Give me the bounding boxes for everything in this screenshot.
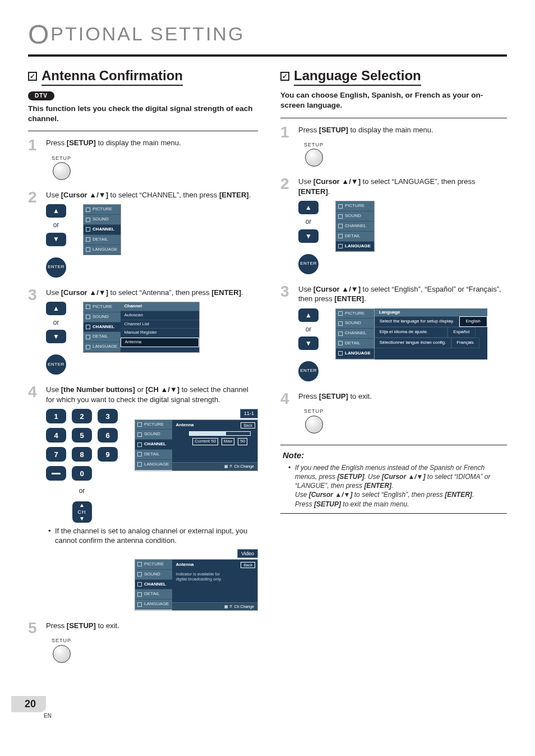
submenu-item-autoscan[interactable]: Autoscan xyxy=(121,311,199,320)
enter-button[interactable]: ENTER xyxy=(46,354,66,375)
r2-post: . xyxy=(328,187,330,196)
numkey-1[interactable]: 1 xyxy=(46,409,66,423)
osm-tab-picture[interactable]: PICTURE xyxy=(135,420,172,430)
s3-post: . xyxy=(241,288,243,297)
numkey-9[interactable]: 9 xyxy=(98,447,118,462)
osm-tab-picture[interactable]: PICTURE xyxy=(84,302,121,312)
r3-key: [Cursor ▲/▼] xyxy=(313,285,361,293)
lang-option-espanol[interactable]: Español xyxy=(448,327,476,338)
osm-tab-language[interactable]: LANGUAGE xyxy=(84,342,121,352)
nav-up-button[interactable]: ▲ xyxy=(46,302,66,315)
antenna-intro: This function lets you check the digital… xyxy=(28,104,258,124)
number-pad: 1 2 3 4 5 6 7 8 9 xyxy=(46,409,118,522)
numkey-3[interactable]: 3 xyxy=(98,409,118,423)
col-antenna: ✓ Antenna Confirmation DTV This function… xyxy=(28,67,258,673)
numkey-0[interactable]: 0 xyxy=(72,466,92,481)
osm-tab-channel[interactable]: CHANNEL xyxy=(135,440,172,450)
s2-pre: Use xyxy=(46,191,61,199)
osm-tab-channel[interactable]: CHANNEL xyxy=(84,225,121,235)
osm-tab-language[interactable]: LANGUAGE xyxy=(84,245,121,255)
nav-cluster: ▲ or ▼ ENTER xyxy=(298,201,319,274)
nav-cluster: ▲ or ▼ ENTER xyxy=(298,308,319,381)
channel-flag: 11-1 xyxy=(240,409,258,418)
osm-tab-sound[interactable]: SOUND xyxy=(135,570,172,580)
osm-tab-detail[interactable]: DETAIL xyxy=(336,232,374,242)
nav-down-button[interactable]: ▼ xyxy=(46,233,66,246)
ch-rocker[interactable]: ▲ CH ▼ xyxy=(72,501,92,523)
osm-tab-channel[interactable]: CHANNEL xyxy=(336,222,374,232)
section-title-language: Language Selection xyxy=(294,67,421,86)
submenu-item-antenna[interactable]: Antenna xyxy=(121,338,199,347)
osm-tab-sound[interactable]: SOUND xyxy=(336,211,374,222)
osm-tab-sound[interactable]: SOUND xyxy=(336,319,374,329)
osm-tab-sound[interactable]: SOUND xyxy=(135,430,172,440)
submenu-item-manual-register[interactable]: Manual Register xyxy=(121,329,199,338)
pane-footer-text: Ch Change xyxy=(234,464,254,468)
numkey-dash[interactable] xyxy=(46,466,66,481)
signal-current: Current 50 xyxy=(192,438,218,445)
osm-tab-detail[interactable]: DETAIL xyxy=(336,339,374,349)
osm-tab-detail[interactable]: DETAIL xyxy=(84,332,121,342)
check-icon: ✓ xyxy=(28,72,37,81)
dtv-badge: DTV xyxy=(28,91,54,100)
language-step-1: 1 Press [SETUP] to display the main menu… xyxy=(280,125,507,167)
lang-option-english[interactable]: English xyxy=(459,316,487,327)
nav-up-button[interactable]: ▲ xyxy=(46,204,66,218)
osm-tab-sound[interactable]: SOUND xyxy=(84,215,121,225)
s5-key: [SETUP] xyxy=(67,621,96,630)
setup-button[interactable]: SETUP xyxy=(304,141,324,167)
s3-mid: to select “Antenna”, then press xyxy=(108,288,211,297)
osm-tab-language[interactable]: LANGUAGE xyxy=(135,600,172,610)
numkey-5[interactable]: 5 xyxy=(72,428,92,442)
enter-button[interactable]: ENTER xyxy=(46,257,66,278)
lang-table-header: Language xyxy=(375,308,487,317)
submenu-header: Channel xyxy=(121,302,199,311)
osm-tab-language[interactable]: LANGUAGE xyxy=(135,460,172,470)
submenu-item-channel-list[interactable]: Channel List xyxy=(121,320,199,329)
osm-tab-sound[interactable]: SOUND xyxy=(84,312,121,322)
numkey-8[interactable]: 8 xyxy=(72,447,92,462)
setup-button[interactable]: SETUP xyxy=(52,637,71,662)
osm-tab-picture[interactable]: PICTURE xyxy=(84,205,121,215)
osm-tab-channel[interactable]: CHANNEL xyxy=(135,580,172,590)
r2-mid: to select “LANGUAGE”, then press xyxy=(361,177,475,186)
numkey-4[interactable]: 4 xyxy=(46,428,66,442)
antenna-video-pane: Video PICTURE SOUND CHANNEL DETAIL LANGU… xyxy=(135,549,258,611)
r1-pre: Press xyxy=(298,126,319,134)
osm-tab-picture[interactable]: PICTURE xyxy=(135,560,172,570)
enter-button[interactable]: ENTER xyxy=(298,361,319,381)
back-button[interactable]: Back xyxy=(241,562,255,568)
osm-tab-detail[interactable]: DETAIL xyxy=(84,235,121,245)
numkey-7[interactable]: 7 xyxy=(46,447,66,462)
osm-tab-language[interactable]: LANGUAGE xyxy=(336,349,374,359)
setup-button[interactable]: SETUP xyxy=(304,408,324,433)
nav-down-button[interactable]: ▼ xyxy=(46,330,66,343)
nav-up-button[interactable]: ▲ xyxy=(298,308,319,322)
note-item: If you need the English menus instead of… xyxy=(289,463,505,509)
setup-label: SETUP xyxy=(304,408,324,414)
note-header: Note: xyxy=(283,450,505,461)
s4-key2: [CH ▲/▼] xyxy=(146,385,179,394)
s2-mid: to select “CHANNEL”, then press xyxy=(108,191,219,199)
nav-down-button[interactable]: ▼ xyxy=(298,229,319,243)
lang-option-francais[interactable]: Français xyxy=(451,338,479,348)
osm-tab-language[interactable]: LANGUAGE xyxy=(336,242,374,252)
setup-button[interactable]: SETUP xyxy=(52,155,71,180)
numkey-6[interactable]: 6 xyxy=(98,428,118,442)
signal-bar xyxy=(189,431,251,436)
osm-tab-picture[interactable]: PICTURE xyxy=(336,309,374,319)
osm-tab-detail[interactable]: DETAIL xyxy=(135,450,172,460)
nav-cluster: ▲ or ▼ ENTER xyxy=(46,204,66,277)
osm-tab-detail[interactable]: DETAIL xyxy=(135,589,172,600)
osm-tab-picture[interactable]: PICTURE xyxy=(336,201,374,211)
back-button[interactable]: Back xyxy=(241,422,255,428)
nav-up-button[interactable]: ▲ xyxy=(298,201,319,214)
header-text: PTIONAL SETTING xyxy=(50,23,245,44)
numkey-2[interactable]: 2 xyxy=(72,409,92,423)
nav-down-button[interactable]: ▼ xyxy=(298,336,319,350)
step-number: 1 xyxy=(280,125,293,167)
osm-tab-channel[interactable]: CHANNEL xyxy=(84,322,121,333)
col-language: ✓ Language Selection You can choose Engl… xyxy=(280,67,507,673)
enter-button[interactable]: ENTER xyxy=(298,254,319,274)
osm-tab-channel[interactable]: CHANNEL xyxy=(336,329,374,339)
